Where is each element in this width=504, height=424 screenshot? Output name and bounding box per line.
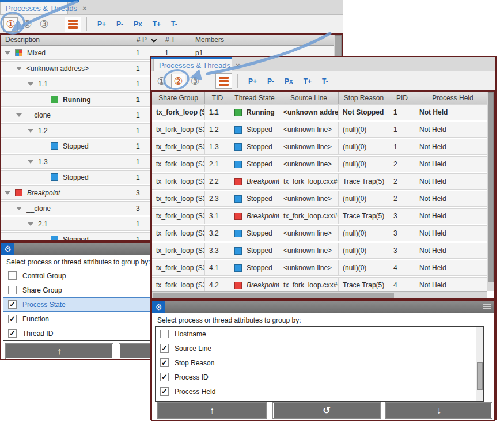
source-line-cell: <unknown line> [279,139,339,154]
stop-reason-cell: (null)(0) [339,122,389,137]
table-row[interactable]: tx_fork_loop (S3)1.2Stopped<unknown line… [152,122,487,138]
attribute-checkbox-item[interactable]: ✓Stop Reason [156,355,483,370]
back-toolbar: ① ② ③ P+ P- Px T+ T- [0,15,343,33]
attribute-checkbox-item[interactable]: Hostname [156,327,483,341]
expander-icon[interactable] [16,67,22,70]
table-row[interactable]: tx_fork_loop (S3)3.3Stopped<unknown line… [152,243,487,259]
thread-state-label: Running [247,108,275,116]
table-row[interactable]: tx_fork_loop (S3)2.3Stopped<unknown line… [152,191,487,207]
stopped-state-icon [51,236,58,240]
tree-label: 1.2 [38,127,48,135]
table-row[interactable]: tx_fork_loop (S3)3.2Stopped<unknown line… [152,225,487,241]
share-group-cell: tx_fork_loop (S3) [152,105,205,120]
process-plus-button[interactable]: P+ [97,20,106,28]
tab-close-icon[interactable]: × [82,5,87,12]
checkbox-checked-icon[interactable]: ✓ [160,373,169,381]
reset-button[interactable]: ↺ [273,403,380,418]
column-header-p-count[interactable]: # P [132,35,161,45]
front-thread-table: Share Group TID Thread State Source Line… [151,90,495,300]
thread-minus-button[interactable]: T- [171,20,177,28]
checkbox-unchecked-icon[interactable] [160,330,169,338]
process-x-button[interactable]: Px [134,20,142,28]
column-header-stop-reason[interactable]: Stop Reason [339,92,389,104]
front-table-horizontal-scrollbar[interactable] [152,292,487,298]
share-group-cell: tx_fork_loop (S3) [152,209,205,224]
group-preset-3-button[interactable]: ③ [37,17,51,32]
table-row[interactable]: tx_fork_loop (S3)2.2Breakpointtx_fork_lo… [152,173,487,190]
expander-icon[interactable] [28,82,33,86]
checkbox-checked-icon[interactable]: ✓ [160,387,169,396]
tree-label: 1.3 [38,158,48,166]
thread-minus-button[interactable]: T- [322,77,328,85]
checkbox-unchecked-icon[interactable] [8,286,17,294]
tid-cell: 3.3 [205,243,230,258]
column-header-thread-state[interactable]: Thread State [230,92,279,104]
column-header-description[interactable]: Description [1,35,132,45]
column-header-t-count[interactable]: # T [161,35,191,45]
back-tab-processes-threads[interactable]: Processes & Threads × [0,2,68,15]
process-plus-button[interactable]: P+ [248,77,257,85]
group-preset-2-button[interactable]: ② [171,74,185,88]
checkbox-checked-icon[interactable]: ✓ [160,358,169,367]
scrollbar-thumb[interactable] [488,92,494,282]
thread-state-icon [234,109,242,116]
group-preset-1-button[interactable]: ① [3,17,18,32]
checkbox-checked-icon[interactable]: ✓ [8,315,17,323]
share-group-cell: tx_fork_loop (S3) [152,278,205,292]
column-header-tid[interactable]: TID [205,92,230,104]
expander-icon[interactable] [5,51,10,55]
checkbox-checked-icon[interactable]: ✓ [8,329,17,338]
checkbox-checked-icon[interactable]: ✓ [8,300,17,309]
column-header-members[interactable]: Members [191,35,342,45]
attribute-checkbox-item[interactable]: ✓Source Line [156,341,483,355]
checkbox-unchecked-icon[interactable] [8,271,17,280]
front-tab-processes-threads[interactable]: Processes & Threads × [153,59,232,71]
table-row[interactable]: tx_fork_loop (S3)1.3Stopped<unknown line… [152,139,487,155]
panel-menu-icon[interactable] [483,304,491,309]
thread-plus-button[interactable]: T+ [304,77,312,85]
move-down-button[interactable]: ↓ [386,403,492,418]
move-up-button[interactable]: ↑ [6,344,113,359]
expander-icon[interactable] [28,160,33,164]
front-table-vertical-scrollbar[interactable] [487,92,494,292]
attribute-checkbox-item[interactable]: ✓Process Held [156,384,483,399]
expander-icon[interactable] [5,191,10,195]
thread-state-cell: Breakpoint [230,209,279,224]
process-held-cell: Not Held [415,260,487,275]
front-table-header: Share Group TID Thread State Source Line… [152,92,494,104]
process-held-cell: Not Held [415,157,487,172]
attribute-label: Process ID [175,373,209,381]
grouping-menu-button[interactable] [215,73,232,89]
process-minus-button[interactable]: P- [267,77,274,85]
column-header-share-group[interactable]: Share Group [152,92,205,104]
attribute-list-scrollbar[interactable] [476,327,483,401]
expander-icon[interactable] [28,129,33,132]
column-header-process-held[interactable]: Process Held [415,92,490,104]
scrollbar-thumb[interactable] [153,293,394,298]
process-minus-button[interactable]: P- [116,20,123,28]
thread-plus-button[interactable]: T+ [153,20,161,28]
expander-icon[interactable] [16,207,22,210]
column-header-pid[interactable]: PID [389,92,415,104]
group-by-prompt: Select process or thread attributes to g… [157,316,301,324]
attribute-checkbox-item[interactable]: ✓Process ID [156,370,483,384]
group-preset-1-button[interactable]: ① [154,74,169,88]
table-row[interactable]: tx_fork_loop (S3)4.1Stopped<unknown line… [152,260,487,276]
move-up-button[interactable]: ↑ [158,403,266,418]
table-row[interactable]: tx_fork_loop (S3)4.2Breakpointtx_fork_lo… [152,277,487,292]
table-row[interactable]: tx_fork_loop (S3)1.1Running<unknown addr… [152,104,487,120]
checkbox-checked-icon[interactable]: ✓ [160,344,169,353]
table-row[interactable]: tx_fork_loop (S3)3.1Breakpointtx_fork_lo… [152,208,487,224]
tab-close-icon[interactable]: × [236,62,240,69]
pid-cell: 2 [389,157,415,172]
thread-state-label: Stopped [247,143,272,151]
group-preset-2-button[interactable]: ② [20,17,35,32]
expander-icon[interactable] [16,113,22,117]
column-header-source-line[interactable]: Source Line [279,92,339,104]
group-preset-3-button[interactable]: ③ [188,74,202,88]
expander-icon[interactable] [28,222,33,226]
scrollbar-thumb[interactable] [477,362,483,390]
grouping-menu-button[interactable] [65,17,81,32]
process-x-button[interactable]: Px [285,77,293,85]
table-row[interactable]: tx_fork_loop (S3)2.1Stopped<unknown line… [152,156,487,172]
